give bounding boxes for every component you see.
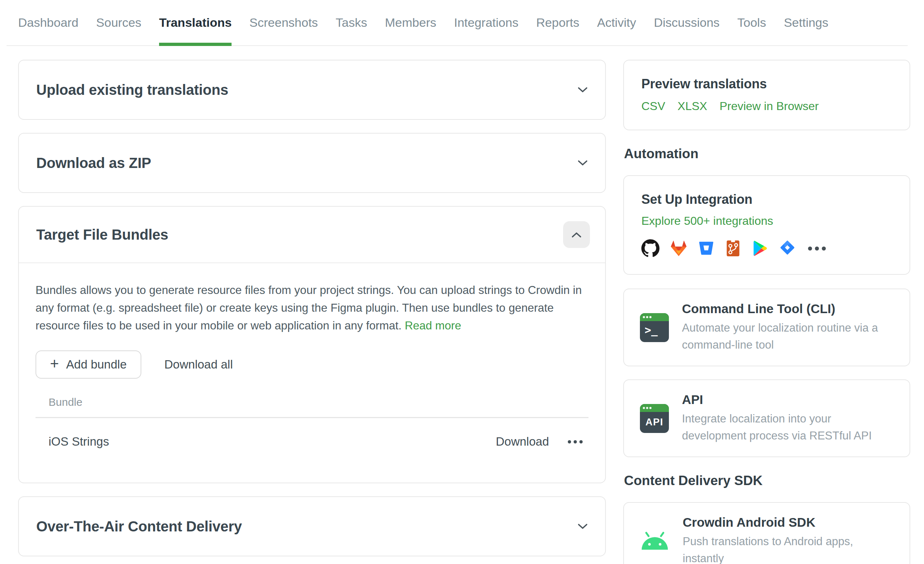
android-sdk-title: Crowdin Android SDK [682, 515, 893, 530]
android-icon [640, 531, 670, 551]
panel-download-as-zip: Download as ZIP [18, 133, 606, 193]
preview-in-browser-link[interactable]: Preview in Browser [720, 100, 819, 113]
panel-over-the-air: Over-The-Air Content Delivery [18, 496, 606, 557]
cli-subtitle: Automate your localization routine via a… [682, 320, 892, 353]
tab-settings[interactable]: Settings [784, 0, 828, 45]
bundles-actions-row: + Add bundle Download all [36, 350, 588, 378]
tab-discussions[interactable]: Discussions [654, 0, 719, 45]
download-all-link[interactable]: Download all [165, 358, 233, 371]
bitbucket-icon[interactable] [698, 240, 714, 257]
xlsx-link[interactable]: XLSX [678, 100, 707, 113]
preview-links: CSV XLSX Preview in Browser [641, 100, 892, 113]
chevron-down-icon[interactable] [578, 524, 588, 530]
sidebar: Preview translations CSV XLSX Preview in… [623, 60, 910, 564]
cli-title: Command Line Tool (CLI) [682, 302, 892, 316]
set-up-integration-title: Set Up Integration [641, 192, 892, 207]
csv-link[interactable]: CSV [641, 100, 665, 113]
cli-card-text: Command Line Tool (CLI) Automate your lo… [682, 302, 892, 353]
plus-icon: + [50, 356, 59, 371]
explore-integrations-link[interactable]: Explore 500+ integrations [641, 214, 773, 228]
jira-icon[interactable] [779, 239, 796, 257]
chevron-down-icon[interactable] [578, 160, 588, 166]
gitlab-icon[interactable] [670, 240, 687, 257]
upload-panel-header[interactable]: Upload existing translations [19, 60, 605, 119]
bundle-download-link[interactable]: Download [496, 435, 549, 449]
chevron-down-icon[interactable] [578, 87, 588, 93]
main-column: Upload existing translations Download as… [18, 60, 606, 564]
android-sdk-subtitle: Push translations to Android apps, insta… [682, 533, 893, 564]
api-card[interactable]: API API Integrate localization into your… [623, 379, 910, 457]
more-actions-icon[interactable] [567, 438, 584, 446]
api-title: API [682, 392, 892, 407]
tab-tasks[interactable]: Tasks [336, 0, 367, 45]
tab-integrations[interactable]: Integrations [454, 0, 519, 45]
api-subtitle: Integrate localization into your develop… [682, 410, 892, 444]
add-bundle-label: Add bundle [66, 358, 127, 371]
automation-heading: Automation [624, 146, 910, 162]
tab-activity[interactable]: Activity [597, 0, 636, 45]
bundles-description-text: Bundles allows you to generate resource … [36, 283, 582, 332]
tab-reports[interactable]: Reports [536, 0, 579, 45]
tab-members[interactable]: Members [385, 0, 436, 45]
content-delivery-sdk-heading: Content Delivery SDK [624, 473, 910, 488]
bundles-table: Bundle iOS Strings Download [36, 396, 588, 462]
tab-sources[interactable]: Sources [96, 0, 141, 45]
github-icon[interactable] [641, 239, 660, 257]
bundle-name: iOS Strings [48, 435, 109, 449]
table-row: iOS Strings Download [36, 418, 588, 462]
ota-panel-title: Over-The-Air Content Delivery [36, 518, 242, 535]
bundle-column-header: Bundle [36, 396, 588, 418]
tab-dashboard[interactable]: Dashboard [18, 0, 78, 45]
ota-panel-header[interactable]: Over-The-Air Content Delivery [19, 497, 605, 556]
download-zip-panel-title: Download as ZIP [36, 155, 151, 171]
svg-text:>_: >_ [645, 324, 658, 336]
git-icon[interactable] [725, 239, 741, 257]
project-tabs: Dashboard Sources Translations Screensho… [6, 0, 908, 46]
cli-card[interactable]: >_ Command Line Tool (CLI) Automate your… [623, 289, 910, 367]
bundles-panel-title: Target File Bundles [36, 227, 168, 243]
bundles-panel-header[interactable]: Target File Bundles [19, 207, 605, 263]
bundle-row-actions: Download [496, 435, 584, 449]
android-sdk-card[interactable]: Crowdin Android SDK Push translations to… [623, 502, 910, 564]
api-icon: API [640, 404, 669, 433]
download-zip-panel-header[interactable]: Download as ZIP [19, 133, 605, 192]
chevron-up-icon [572, 232, 582, 238]
more-integrations-icon[interactable] [808, 247, 826, 250]
set-up-integration-card: Set Up Integration Explore 500+ integrat… [623, 175, 910, 275]
preview-translations-title: Preview translations [641, 76, 892, 91]
bundles-description: Bundles allows you to generate resource … [36, 281, 586, 335]
read-more-link[interactable]: Read more [405, 319, 461, 332]
tab-screenshots[interactable]: Screenshots [249, 0, 318, 45]
tab-translations[interactable]: Translations [159, 0, 231, 45]
terminal-icon: >_ [640, 313, 669, 342]
android-card-text: Crowdin Android SDK Push translations to… [682, 515, 893, 564]
api-card-text: API Integrate localization into your dev… [682, 392, 892, 444]
preview-translations-card: Preview translations CSV XLSX Preview in… [623, 60, 910, 130]
collapse-bundles-button[interactable] [563, 221, 590, 248]
google-play-icon[interactable] [752, 240, 768, 257]
upload-panel-title: Upload existing translations [36, 82, 228, 98]
integration-icons-row [641, 239, 892, 257]
panel-upload-existing-translations: Upload existing translations [18, 60, 606, 120]
svg-text:API: API [645, 417, 663, 428]
panel-target-file-bundles: Target File Bundles Bundles allows you t… [18, 206, 606, 483]
tab-tools[interactable]: Tools [737, 0, 766, 45]
bundles-panel-body: Bundles allows you to generate resource … [19, 263, 605, 483]
add-bundle-button[interactable]: + Add bundle [36, 350, 141, 378]
